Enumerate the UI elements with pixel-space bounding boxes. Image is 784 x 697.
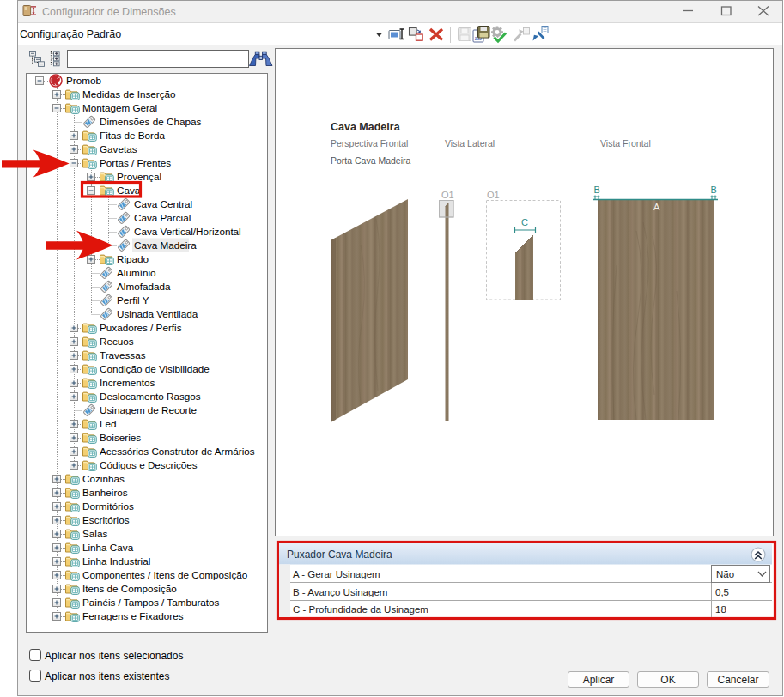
svg-text:Ferragens e Fixadores: Ferragens e Fixadores xyxy=(82,610,184,621)
svg-text:Medidas de Inserção: Medidas de Inserção xyxy=(82,88,176,100)
svg-text:Perspectiva Frontal: Perspectiva Frontal xyxy=(331,138,408,148)
svg-text:Perfil Y: Perfil Y xyxy=(117,294,149,306)
svg-text:Códigos e Descrições: Códigos e Descrições xyxy=(100,459,198,470)
svg-text:Led: Led xyxy=(100,418,117,429)
svg-text:0,5: 0,5 xyxy=(715,587,729,597)
svg-text:C: C xyxy=(521,217,528,227)
svg-text:Montagem Geral: Montagem Geral xyxy=(82,102,157,113)
svg-text:Cozinhas: Cozinhas xyxy=(82,473,125,484)
svg-text:Promob: Promob xyxy=(66,75,101,86)
svg-text:Almofadada: Almofadada xyxy=(117,281,171,292)
svg-text:Componentes / Itens de Composi: Componentes / Itens de Composição xyxy=(82,569,248,580)
svg-text:Gavetas: Gavetas xyxy=(100,143,137,155)
svg-text:Cava: Cava xyxy=(117,185,141,196)
svg-text:Usinagem de Recorte: Usinagem de Recorte xyxy=(100,404,197,415)
svg-text:C - Profundidade da Usinagem: C - Profundidade da Usinagem xyxy=(293,604,428,615)
svg-text:Portas / Frentes: Portas / Frentes xyxy=(100,157,171,168)
svg-text:Painéis / Tampos / Tamburatos: Painéis / Tampos / Tamburatos xyxy=(82,597,220,608)
svg-text:Configurador de Dimensões: Configurador de Dimensões xyxy=(42,6,176,18)
svg-text:Linha Industrial: Linha Industrial xyxy=(82,555,150,567)
svg-text:Acessórios Construtor de Armár: Acessórios Construtor de Armários xyxy=(100,445,255,457)
svg-text:O1: O1 xyxy=(441,190,454,200)
svg-text:Dormitórios: Dormitórios xyxy=(82,500,134,512)
svg-text:Não: Não xyxy=(716,569,734,579)
svg-text:Cava Parcial: Cava Parcial xyxy=(134,212,191,223)
svg-text:Linha Cava: Linha Cava xyxy=(82,542,134,553)
svg-text:Provençal: Provençal xyxy=(117,171,161,182)
svg-text:OK: OK xyxy=(660,674,675,686)
svg-text:Salas: Salas xyxy=(82,528,107,539)
svg-text:Cava Madeira: Cava Madeira xyxy=(331,121,401,133)
svg-text:Usinada Ventilada: Usinada Ventilada xyxy=(117,308,198,319)
svg-text:Alumínio: Alumínio xyxy=(117,267,156,278)
svg-text:Aplicar: Aplicar xyxy=(583,674,615,686)
svg-text:Travessas: Travessas xyxy=(100,349,146,361)
svg-text:Itens de Composição: Itens de Composição xyxy=(82,583,177,594)
svg-text:Aplicar nos itens selecionados: Aplicar nos itens selecionados xyxy=(45,650,183,662)
svg-text:Boiseries: Boiseries xyxy=(100,432,141,443)
svg-text:Condição de Visibilidade: Condição de Visibilidade xyxy=(100,363,210,374)
svg-text:Cava Central: Cava Central xyxy=(134,198,192,209)
svg-text:B: B xyxy=(594,185,600,195)
svg-text:Dimensões de Chapas: Dimensões de Chapas xyxy=(100,116,201,127)
svg-text:Puxador Cava Madeira: Puxador Cava Madeira xyxy=(287,549,392,561)
svg-text:Cava Madeira: Cava Madeira xyxy=(134,239,197,251)
svg-text:Banheiros: Banheiros xyxy=(82,487,128,498)
svg-text:Porta Cava Madeira: Porta Cava Madeira xyxy=(331,155,411,166)
svg-text:18: 18 xyxy=(715,604,726,615)
svg-text:Vista Frontal: Vista Frontal xyxy=(600,138,651,148)
svg-text:Vista Lateral: Vista Lateral xyxy=(445,138,495,148)
svg-text:Aplicar nos itens existentes: Aplicar nos itens existentes xyxy=(45,670,169,682)
svg-text:O1: O1 xyxy=(487,190,500,200)
svg-text:B: B xyxy=(711,185,717,195)
svg-text:A - Gerar Usinagem: A - Gerar Usinagem xyxy=(293,569,380,579)
svg-text:Cava Vertical/Horizontal: Cava Vertical/Horizontal xyxy=(134,226,241,237)
svg-text:Incrementos: Incrementos xyxy=(100,377,155,388)
svg-text:Puxadores / Perfis: Puxadores / Perfis xyxy=(100,322,182,333)
svg-text:B - Avanço Usinagem: B - Avanço Usinagem xyxy=(293,587,387,597)
svg-text:Fitas de Borda: Fitas de Borda xyxy=(100,130,166,141)
svg-text:Recuos: Recuos xyxy=(100,336,134,347)
svg-text:Ripado: Ripado xyxy=(117,253,149,264)
svg-text:Cancelar: Cancelar xyxy=(717,674,758,686)
svg-text:A: A xyxy=(653,202,660,212)
svg-text:Configuração Padrão: Configuração Padrão xyxy=(20,28,121,40)
svg-text:Escritórios: Escritórios xyxy=(82,514,130,525)
svg-text:Deslocamento Rasgos: Deslocamento Rasgos xyxy=(100,391,201,402)
